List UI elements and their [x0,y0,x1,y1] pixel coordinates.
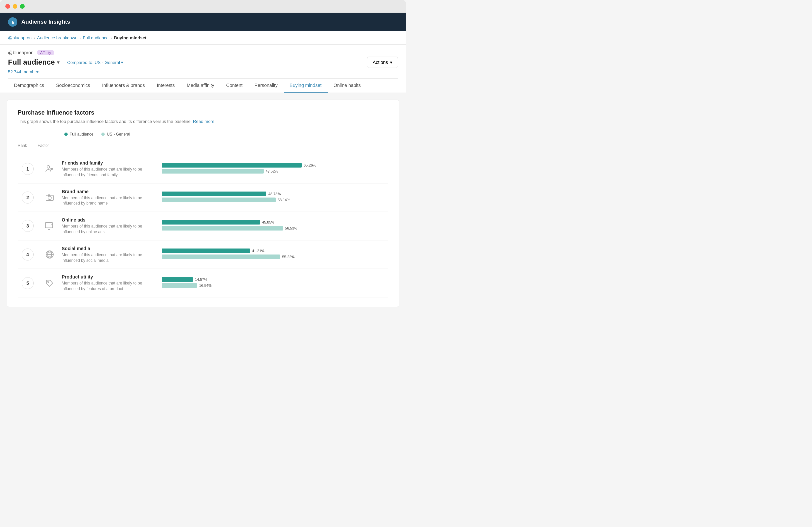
tab-demographics[interactable]: Demographics [8,79,50,93]
bar-full-audience [162,249,250,253]
bar-us-general [162,283,197,288]
bar-full-audience [162,277,193,282]
bar-full-audience [162,192,266,196]
breadcrumb-full-audience[interactable]: Full audience [83,35,108,40]
factor-name: Brand name [62,189,155,194]
close-button[interactable] [5,4,10,9]
audience-dropdown-icon[interactable]: ▾ [57,60,59,65]
app-title: Audiense Insights [21,19,70,25]
breadcrumb-buying-mindset: Buying mindset [114,35,147,40]
minimize-button[interactable] [13,4,17,9]
tab-buying-mindset[interactable]: Buying mindset [284,79,328,93]
legend-us-general: US - General [101,132,130,137]
factor-description: Members of this audience that are likely… [62,195,155,207]
chart-column-headers: Rank Factor [18,143,388,152]
bar-full-label: 65.26% [304,163,316,167]
card-title: Purchase influence factors [18,109,388,116]
chart-row: 2 Brand name Members of this audience th… [18,183,388,212]
handle-label: @blueapron [8,50,34,55]
breadcrumb-handle[interactable]: @blueapron [8,35,32,40]
rank-circle: 4 [22,249,34,260]
bar-us-label: 55.22% [282,255,294,259]
chart-row: 4 Social media Members of this audience … [18,241,388,269]
actions-button[interactable]: Actions ▾ [367,57,398,68]
members-count: 52 744 members [8,69,398,74]
factor-name: Product utility [62,274,155,280]
tab-media-affinity[interactable]: Media affinity [181,79,220,93]
svg-point-14 [48,281,49,283]
compared-to: Compared to: US - General ▾ [67,60,124,65]
tab-content[interactable]: Content [220,79,249,93]
rank-circle: 5 [22,277,34,289]
factor-info: Social media Members of this audience th… [62,246,155,264]
factor-icon [42,249,58,260]
bar-us-general [162,226,283,230]
bar-row-us: 53.14% [162,198,388,202]
bar-row-full: 48.78% [162,192,388,196]
chart-row: 5 Product utility Members of this audien… [18,269,388,298]
app-logo: a [8,17,17,27]
svg-rect-3 [48,194,50,196]
read-more-link[interactable]: Read more [193,119,214,124]
legend-dot-us [101,133,105,136]
window-chrome [0,0,406,13]
compared-to-value[interactable]: US - General ▾ [95,60,124,65]
bar-row-full: 45.85% [162,220,388,225]
nav-tabs: Demographics Socioeconomics Influencers … [8,78,398,93]
bar-us-label: 56.53% [285,226,297,230]
bars-container: 65.26% 47.52% [155,163,388,175]
breadcrumb-audience-breakdown[interactable]: Audience breakdown [37,35,77,40]
factor-icon [42,164,58,174]
factor-name: Friends and family [62,160,155,166]
bars-container: 41.21% 55.22% [155,249,388,260]
factor-icon [42,192,58,203]
svg-point-2 [48,196,51,199]
col-rank-header: Rank [18,143,38,148]
breadcrumb: @blueapron › Audience breakdown › Full a… [0,31,406,45]
bars-container: 45.85% 56.53% [155,220,388,232]
bar-full-audience [162,220,260,225]
tab-influencers-brands[interactable]: Influencers & brands [96,79,151,93]
col-factor-header: Factor [38,143,164,148]
bar-us-label: 16.54% [199,284,211,287]
factor-description: Members of this audience that are likely… [62,224,155,235]
bar-full-label: 14.57% [195,277,207,282]
svg-rect-4 [45,223,53,228]
chart-row: 3 Online ads Members of this audience th… [18,212,388,241]
bar-full-label: 41.21% [252,249,264,253]
factor-info: Friends and family Members of this audie… [62,160,155,178]
purchase-influence-card: Purchase influence factors This graph sh… [7,100,399,307]
factor-info: Brand name Members of this audience that… [62,189,155,207]
chart-row: 1 Friends and family Members of this aud… [18,155,388,183]
tab-socioeconomics[interactable]: Socioeconomics [50,79,96,93]
bar-us-general [162,255,280,259]
card-description: This graph shows the top purchase influe… [18,119,388,124]
factor-description: Members of this audience that are likely… [62,167,155,178]
bar-full-audience [162,163,302,168]
tab-personality[interactable]: Personality [249,79,284,93]
chart-legend: Full audience US - General [18,132,388,137]
legend-dot-full [64,133,68,136]
breadcrumb-sep-3: › [111,36,112,40]
chart-rows: 1 Friends and family Members of this aud… [18,155,388,298]
bar-row-us: 56.53% [162,226,388,230]
bar-us-general [162,198,276,202]
svg-point-0 [47,166,50,168]
bar-us-label: 53.14% [278,198,290,202]
bar-us-label: 47.52% [266,169,278,173]
actions-chevron-icon: ▾ [390,60,392,65]
affinity-badge: Affinity [37,50,55,55]
app-header: a Audiense Insights [0,13,406,31]
bar-row-full: 14.57% [162,277,388,282]
bar-us-general [162,169,264,174]
page-header: @blueapron Affinity Full audience ▾ Comp… [0,45,406,93]
bar-row-full: 65.26% [162,163,388,168]
legend-full-audience: Full audience [64,132,93,137]
factor-description: Members of this audience that are likely… [62,281,155,292]
bars-container: 14.57% 16.54% [155,277,388,289]
tab-online-habits[interactable]: Online habits [328,79,367,93]
factor-info: Online ads Members of this audience that… [62,217,155,235]
tab-interests[interactable]: Interests [151,79,181,93]
factor-info: Product utility Members of this audience… [62,274,155,292]
fullscreen-button[interactable] [20,4,25,9]
